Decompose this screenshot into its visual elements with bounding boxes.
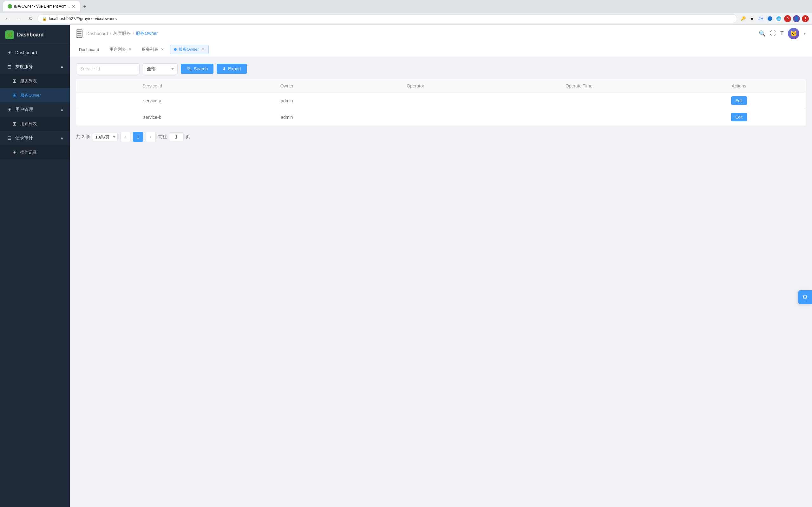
tab-close-icon[interactable]: ✕ xyxy=(72,4,75,9)
tab-service-list-close[interactable]: ✕ xyxy=(161,47,164,52)
service-id-input[interactable] xyxy=(76,63,140,74)
tabs-bar: Dashboard 用户列表 ✕ 服务列表 ✕ 服务Owner ✕ xyxy=(70,42,812,57)
logo-title: Dashboard xyxy=(17,32,44,38)
tab-service-owner[interactable]: 服务Owner ✕ xyxy=(170,45,209,54)
filter-select[interactable]: 全部 xyxy=(143,63,177,74)
page-1-button[interactable]: 1 xyxy=(133,132,143,142)
prev-page-button[interactable]: ‹ xyxy=(120,132,131,142)
forward-button[interactable]: → xyxy=(14,14,23,23)
sidebar-item-user-mgmt[interactable]: ⊞ 用户管理 ∧ xyxy=(0,102,70,117)
top-header: ☰ Dashboard / 灰度服务 / 服务Owner 🔍 ⛶ T 🐱 ▾ xyxy=(70,25,812,42)
tab-user-list-close[interactable]: ✕ xyxy=(129,47,132,52)
col-operate-time: Operate Time xyxy=(485,79,672,93)
table-header: Service Id Owner Operator Operate Time A… xyxy=(77,79,806,93)
table-row: service-a admin Edit xyxy=(77,93,806,109)
browser-icon-4[interactable]: 🔵 xyxy=(766,15,773,22)
tab-service-owner-label: 服务Owner xyxy=(179,47,199,52)
table-body: service-a admin Edit service-b admin xyxy=(77,93,806,125)
cell-actions-2: Edit xyxy=(673,109,806,125)
sidebar-item-dashboard[interactable]: ⊞ Dashboard xyxy=(0,45,70,60)
goto-suffix: 页 xyxy=(186,134,190,140)
prev-icon: ‹ xyxy=(124,135,125,139)
page-goto: 前往 页 xyxy=(158,132,190,141)
col-actions: Actions xyxy=(673,79,806,93)
tab-title: 服务Owner - Vue Element Adm... xyxy=(14,4,70,9)
browser-tabs: 🌿 服务Owner - Vue Element Adm... ✕ + xyxy=(3,1,89,11)
tab-active-dot xyxy=(174,48,177,51)
main-content: ☰ Dashboard / 灰度服务 / 服务Owner 🔍 ⛶ T 🐱 ▾ xyxy=(70,25,812,507)
sidebar-label-operation-log: 操作记录 xyxy=(20,150,37,155)
address-bar[interactable]: 🔒 localhost:9527/#/gray/service/owners xyxy=(38,14,737,23)
table-row: service-b admin Edit xyxy=(77,109,806,125)
sidebar-item-service-list[interactable]: ⊞ 服务列表 xyxy=(0,74,70,88)
export-button[interactable]: ⬇ Export xyxy=(217,64,247,74)
sidebar-item-audit[interactable]: ⊟ 记录审计 ∧ xyxy=(0,131,70,145)
pagination: 共 2 条 10条/页 ‹ 1 › 前往 页 xyxy=(76,132,806,142)
sidebar-label-user-mgmt: 用户管理 xyxy=(15,107,33,112)
browser-icon-2[interactable]: ★ xyxy=(749,15,756,22)
page-goto-input[interactable] xyxy=(169,132,184,141)
sidebar-item-operation-log[interactable]: ⊞ 操作记录 xyxy=(0,145,70,159)
page-content: 全部 🔍 Search ⬇ Export Service Id Owner xyxy=(70,57,812,507)
dashboard-icon: ⊞ xyxy=(6,49,12,55)
cell-service-id-1: service-a xyxy=(77,93,229,109)
edit-button-2[interactable]: Edit xyxy=(731,113,747,121)
user-avatar-browser[interactable]: 👤 xyxy=(793,15,800,22)
data-table: Service Id Owner Operator Operate Time A… xyxy=(76,79,806,125)
tab-dashboard[interactable]: Dashboard xyxy=(75,45,103,54)
logo-icon: 🌿 xyxy=(5,31,14,39)
sidebar-logo: 🌿 Dashboard xyxy=(0,25,70,45)
lock-icon: 🔒 xyxy=(42,16,47,21)
search-icon-button[interactable]: 🔍 xyxy=(759,30,766,37)
tab-dashboard-label: Dashboard xyxy=(79,47,99,52)
browser-tab-active[interactable]: 🌿 服务Owner - Vue Element Adm... ✕ xyxy=(3,1,80,11)
address-url: localhost:9527/#/gray/service/owners xyxy=(49,16,117,21)
user-avatar[interactable]: 🐱 xyxy=(788,28,799,39)
sidebar-item-gray-service[interactable]: ⊟ 灰度服务 ∧ xyxy=(0,60,70,74)
reload-button[interactable]: ↻ xyxy=(26,14,35,23)
col-owner: Owner xyxy=(228,79,345,93)
tab-user-list[interactable]: 用户列表 ✕ xyxy=(105,45,136,54)
app-wrapper: 🌿 Dashboard ⊞ Dashboard ⊟ 灰度服务 ∧ ⊞ 服务列表 … xyxy=(0,25,812,507)
edit-button-1[interactable]: Edit xyxy=(731,96,747,105)
fullscreen-button[interactable]: ⛶ xyxy=(770,30,776,37)
cell-operate-time-1 xyxy=(485,93,672,109)
filter-bar: 全部 🔍 Search ⬇ Export xyxy=(76,63,806,74)
service-owner-icon: ⊞ xyxy=(11,92,17,98)
breadcrumb-service-owner: 服务Owner xyxy=(136,31,158,37)
menu-toggle-button[interactable]: ☰ xyxy=(76,30,83,38)
font-size-button[interactable]: T xyxy=(780,31,783,37)
tab-service-owner-close[interactable]: ✕ xyxy=(201,47,205,52)
fab-settings[interactable]: ⚙ xyxy=(798,290,812,304)
sidebar: 🌿 Dashboard ⊞ Dashboard ⊟ 灰度服务 ∧ ⊞ 服务列表 … xyxy=(0,25,70,507)
sidebar-item-user-list[interactable]: ⊞ 用户列表 xyxy=(0,117,70,131)
next-page-button[interactable]: › xyxy=(146,132,156,142)
cell-operate-time-2 xyxy=(485,109,672,125)
search-button[interactable]: 🔍 Search xyxy=(181,64,213,74)
search-icon: 🔍 xyxy=(187,66,192,71)
cell-operator-1 xyxy=(345,93,485,109)
sidebar-label-dashboard: Dashboard xyxy=(15,50,37,55)
sidebar-item-service-owner[interactable]: ⊞ 服务Owner xyxy=(0,88,70,102)
avatar-dropdown-icon[interactable]: ▾ xyxy=(804,32,806,36)
col-service-id: Service Id xyxy=(77,79,229,93)
browser-icon-3[interactable]: JH xyxy=(757,15,764,22)
browser-icon-dots[interactable]: ⋮ xyxy=(802,15,809,22)
browser-icon-1[interactable]: 🔑 xyxy=(740,15,747,22)
page-size-select[interactable]: 10条/页 xyxy=(93,133,118,141)
table-header-row: Service Id Owner Operator Operate Time A… xyxy=(77,79,806,93)
breadcrumb-dashboard[interactable]: Dashboard xyxy=(86,31,108,36)
back-button[interactable]: ← xyxy=(3,14,12,23)
export-icon: ⬇ xyxy=(222,66,226,71)
cell-actions-1: Edit xyxy=(673,93,806,109)
breadcrumb-gray-service[interactable]: 灰度服务 xyxy=(113,31,131,37)
browser-icon-5[interactable]: 🌐 xyxy=(775,15,782,22)
breadcrumb-sep-1: / xyxy=(110,31,111,36)
export-button-label: Export xyxy=(228,66,241,71)
tab-service-list[interactable]: 服务列表 ✕ xyxy=(138,45,168,54)
sidebar-label-audit: 记录审计 xyxy=(15,135,33,141)
new-tab-button[interactable]: + xyxy=(81,2,89,11)
browser-icon-6[interactable]: P xyxy=(784,15,791,22)
page-1-label: 1 xyxy=(137,135,139,139)
goto-prefix: 前往 xyxy=(158,134,167,140)
